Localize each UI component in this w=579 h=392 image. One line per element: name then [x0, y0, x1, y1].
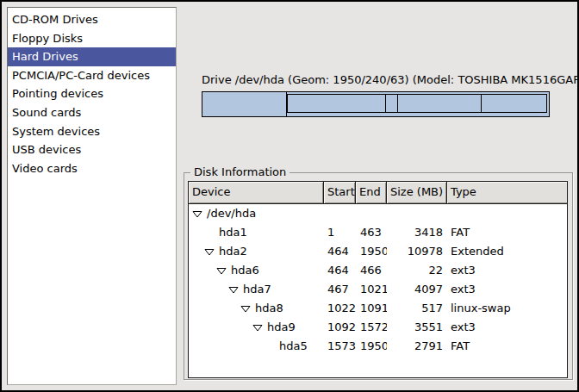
table-row[interactable]: hda1 1 463 3418 FAT: [189, 223, 567, 242]
sidebar-item-cdrom-drives[interactable]: CD-ROM Drives: [8, 10, 176, 29]
device-name: hda6: [231, 261, 259, 280]
end-cylinder: 1950: [356, 337, 387, 356]
start-cylinder: 464: [324, 242, 356, 261]
expander-icon[interactable]: [204, 248, 215, 256]
partition-type: Extended: [447, 242, 567, 261]
disk-information-label: Disk Information: [190, 165, 290, 178]
size-mb: 4097: [387, 280, 447, 299]
sidebar-item-pointing-devices[interactable]: Pointing devices: [8, 84, 176, 103]
size-mb: 517: [387, 299, 447, 318]
partition-type: FAT: [447, 337, 567, 356]
device-name: hda1: [219, 223, 247, 242]
partition-type: linux-swap: [447, 299, 567, 318]
start-cylinder: 1573: [324, 337, 356, 356]
column-header-start[interactable]: Start: [324, 182, 356, 203]
expander-icon[interactable]: [192, 210, 202, 218]
partition-type: ext3: [447, 261, 567, 280]
sidebar-item-sound-cards[interactable]: Sound cards: [8, 103, 176, 122]
end-cylinder: 463: [356, 223, 387, 242]
sidebar-item-usb-devices[interactable]: USB devices: [8, 140, 176, 159]
column-header-end[interactable]: End: [356, 182, 387, 203]
end-cylinder: 1572: [356, 318, 387, 337]
start-cylinder: 464: [324, 261, 356, 280]
end-cylinder: 1091: [356, 299, 387, 318]
column-header-device[interactable]: Device: [189, 182, 324, 203]
size-mb: 3551: [387, 318, 447, 337]
partition-type: ext3: [447, 280, 567, 299]
partition-divider-hda7: [385, 95, 386, 112]
disk-information-table: Device Start End Size (MB) Type /dev/hda…: [188, 181, 568, 378]
table-row[interactable]: hda6 464 466 22 ext3: [189, 261, 567, 280]
hardware-browser-window: CD-ROM Drives Floppy Disks Hard Drives P…: [0, 0, 579, 392]
size-mb: [387, 204, 447, 223]
drive-title: Drive /dev/hda (Geom: 1950/240/63) (Mode…: [202, 73, 550, 86]
device-name: /dev/hda: [207, 204, 256, 223]
partition-type: [447, 204, 567, 223]
table-row[interactable]: hda5 1573 1950 2791 FAT: [189, 337, 567, 356]
start-cylinder: 1022: [324, 299, 356, 318]
sidebar-item-floppy-disks[interactable]: Floppy Disks: [8, 29, 176, 48]
size-mb: 2791: [387, 337, 447, 356]
sidebar-item-video-cards[interactable]: Video cards: [8, 159, 176, 178]
table-row[interactable]: hda2 464 1950 10978 Extended: [189, 242, 567, 261]
table-row[interactable]: hda9 1092 1572 3551 ext3: [189, 318, 567, 337]
start-cylinder: 1: [324, 223, 356, 242]
device-name: hda9: [267, 318, 296, 337]
device-category-list: CD-ROM Drives Floppy Disks Hard Drives P…: [7, 7, 177, 385]
partition-type: ext3: [447, 318, 567, 337]
sidebar-item-pcmcia-devices[interactable]: PCMCIA/PC-Card devices: [8, 66, 176, 85]
table-row[interactable]: hda7 467 1021 4097 ext3: [189, 280, 567, 299]
size-mb: 22: [387, 261, 447, 280]
end-cylinder: 1021: [356, 280, 387, 299]
device-name: hda8: [255, 299, 283, 318]
table-row[interactable]: hda8 1022 1091 517 linux-swap: [189, 299, 567, 318]
partition-type: FAT: [447, 223, 567, 242]
device-name: hda7: [243, 280, 271, 299]
partition-divider-hda8: [397, 95, 398, 112]
expander-icon[interactable]: [252, 324, 263, 332]
end-cylinder: [356, 204, 387, 223]
end-cylinder: 1950: [356, 242, 387, 261]
start-cylinder: 1092: [324, 318, 356, 337]
partition-divider-hda9: [481, 95, 482, 112]
expander-icon[interactable]: [240, 305, 251, 313]
end-cylinder: 466: [356, 261, 387, 280]
expander-icon[interactable]: [228, 286, 239, 294]
expander-icon[interactable]: [216, 267, 227, 275]
size-mb: 3418: [387, 223, 447, 242]
extended-partition-box: [287, 94, 547, 113]
table-header: Device Start End Size (MB) Type: [189, 182, 567, 204]
partition-map: [202, 91, 550, 117]
sidebar-item-system-devices[interactable]: System devices: [8, 122, 176, 141]
column-header-type[interactable]: Type: [447, 182, 567, 203]
device-name: hda2: [219, 242, 247, 261]
sidebar-item-hard-drives[interactable]: Hard Drives: [8, 47, 176, 66]
start-cylinder: [324, 204, 356, 223]
table-row[interactable]: /dev/hda: [189, 204, 567, 223]
column-header-size[interactable]: Size (MB): [387, 182, 447, 203]
start-cylinder: 467: [324, 280, 356, 299]
device-name: hda5: [279, 337, 308, 356]
size-mb: 10978: [387, 242, 447, 261]
